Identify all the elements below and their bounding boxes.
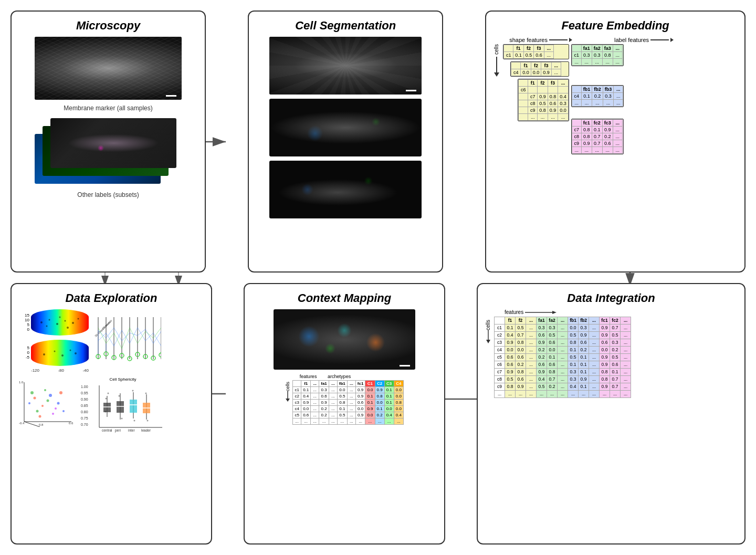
- di-c6-d1: ...: [526, 361, 537, 368]
- di-c1-d4: ...: [621, 324, 631, 331]
- arch-c5-d3: ...: [347, 412, 355, 418]
- di-th-d4: ...: [621, 317, 631, 324]
- arch-c2-d2: ...: [329, 393, 337, 399]
- svg-point-42: [159, 353, 161, 357]
- arch-c4-fa1: 0.2: [319, 405, 329, 412]
- arch-archetypes-label: archetypes: [326, 374, 352, 379]
- arch-row-c3: c3 0.9 ... 0.9 ... 0.8 ... 0.6 0.1 0.0: [293, 399, 404, 405]
- svg-point-17: [67, 327, 69, 329]
- explore-bottom: 0.6 1.0 0.8 -0.4: [19, 377, 204, 433]
- svg-point-62: [55, 407, 57, 410]
- arch-row-c5: c5 0.6 ... 0.2 ... 0.5 ... 0.9 0.0 0.2: [293, 412, 404, 418]
- heatmap-axis-40: -40: [82, 368, 89, 373]
- svg-marker-101: [286, 399, 290, 402]
- arch-c1-fb1: 0.0: [337, 386, 347, 393]
- svg-point-64: [62, 410, 65, 412]
- arch-c3-fb1: 0.8: [337, 399, 347, 405]
- di-c7-d3: ...: [589, 368, 600, 375]
- svg-point-59: [59, 391, 62, 394]
- parallel-plot-svg: 3D Shape bounds 2D bounds: [93, 309, 161, 364]
- di-c9-fb2: 0.1: [579, 383, 589, 390]
- svg-point-53: [41, 405, 44, 407]
- di-c8-d4: ...: [621, 375, 631, 383]
- di-c7-d1: ...: [526, 368, 537, 375]
- di-c9-fb1: 0.4: [568, 383, 579, 390]
- cells-vert-line: [496, 57, 497, 72]
- svg-point-97: [134, 420, 135, 421]
- svg-point-10: [49, 319, 50, 320]
- di-c9-fc1: 0.9: [600, 383, 610, 390]
- di-c7-cell: c7: [495, 368, 505, 375]
- di-c4-fc1: 0.0: [600, 346, 610, 353]
- arch-dots-d2: ...: [329, 418, 337, 424]
- di-c1-d1: ...: [526, 324, 537, 331]
- heatmap-axis-80: -80: [58, 368, 64, 373]
- space-de-cm: [223, 283, 233, 545]
- di-c3-fc2: 0.3: [610, 339, 621, 346]
- di-c4-fa1: 0.2: [537, 346, 547, 353]
- di-th-fb1: fb1: [568, 317, 579, 324]
- svg-point-60: [28, 402, 30, 404]
- label-arrow-line: [650, 39, 669, 40]
- context-content: cells features archetypes: [252, 309, 437, 425]
- svg-point-58: [52, 413, 54, 415]
- heatmap-top: [31, 309, 89, 336]
- di-c7-fc2: 0.1: [610, 368, 621, 375]
- di-row-c7: c7 0.9 0.8 ... 0.9 0.8 ... 0.3 0.1 ... 0: [495, 368, 631, 375]
- di-c5-f1: 0.6: [505, 353, 516, 361]
- svg-marker-103: [486, 340, 490, 343]
- di-c3-fc1: 0.6: [600, 339, 610, 346]
- arch-c5-d2: ...: [329, 412, 337, 418]
- shape-features-label: shape features: [509, 37, 548, 43]
- svg-point-96: [132, 390, 134, 391]
- svg-point-98: [145, 392, 147, 394]
- microscopy-bottom-label: Other labels (subsets): [77, 191, 139, 198]
- arch-c3-C3: 0.1: [384, 399, 394, 405]
- di-c5-fa2: 0.1: [547, 353, 558, 361]
- di-c6-f2: 0.2: [516, 361, 526, 368]
- di-c9-d2: ...: [558, 383, 568, 390]
- svg-marker-105: [552, 311, 556, 314]
- arch-c5-fc1: 0.9: [355, 412, 365, 418]
- di-c3-fb1: 0.8: [568, 339, 579, 346]
- data-exploration-panel: Data Exploration 151050: [10, 283, 212, 545]
- context-mapping-title: Context Mapping: [252, 291, 437, 305]
- arch-c5-C1: 0.0: [365, 412, 375, 418]
- data-exploration-title: Data Exploration: [19, 291, 204, 305]
- arch-c4-C3: 0.0: [384, 405, 394, 412]
- label-feature-label-group: label features: [614, 37, 674, 43]
- di-header-row: f1 f2 ... fa1 fa2 ... fb1 fb2 ... fc1 fc: [495, 317, 631, 324]
- feat-sample-c-indent: f1f2f3... c6 c70.90.80.4 c80.50.60.3 c90…: [518, 79, 569, 121]
- microscopy-title: Microscopy: [19, 19, 197, 33]
- di-data-table: f1 f2 ... fa1 fa2 ... fb1 fb2 ... fc1 fc: [494, 317, 631, 398]
- di-c9-f1: 0.8: [505, 383, 516, 390]
- di-c8-d2: ...: [558, 375, 568, 383]
- svg-line-47: [24, 422, 40, 427]
- di-c4-fa2: 0.0: [547, 346, 558, 353]
- arch-c4-d3: ...: [347, 405, 355, 412]
- arch-th-C3: C3: [384, 380, 394, 386]
- di-c6-fa2: 0.6: [547, 361, 558, 368]
- top-row: Microscopy Membrane marker (all samples)…: [10, 11, 746, 273]
- di-c3-d1: ...: [526, 339, 537, 346]
- heatmap-axis-120: -120: [31, 368, 39, 373]
- di-features-label-row: features: [505, 309, 631, 315]
- di-c6-fb2: 0.1: [579, 361, 589, 368]
- arch-c4-fb1: 0.1: [337, 405, 347, 412]
- arch-c5-C2: 0.2: [375, 412, 384, 418]
- arch-th-fc1: fc1: [355, 380, 365, 386]
- di-c8-d1: ...: [526, 375, 537, 383]
- di-th-f1: f1: [505, 317, 516, 324]
- di-c8-f2: 0.6: [516, 375, 526, 383]
- di-row-dots: ... ... ... ... ... ... ... ... ... ...: [495, 390, 631, 397]
- arch-row-dots: ... ... ... ... ... ... ... ... ... ..: [293, 418, 404, 424]
- di-c5-fb1: 0.5: [568, 353, 579, 361]
- cells-vert-head: [494, 72, 499, 77]
- boxplot-title: Cell Sphericity: [81, 377, 165, 382]
- heatmap-y2: 50-5: [19, 345, 29, 360]
- arch-c2-f1: 0.4: [301, 393, 311, 399]
- arch-c3-C2: 0.0: [375, 399, 384, 405]
- di-features-arrow-svg: [525, 310, 556, 315]
- di-row-c9: c9 0.8 0.9 ... 0.5 0.2 ... 0.4 0.1 ... 0: [495, 383, 631, 390]
- di-c5-fb2: 0.1: [579, 353, 589, 361]
